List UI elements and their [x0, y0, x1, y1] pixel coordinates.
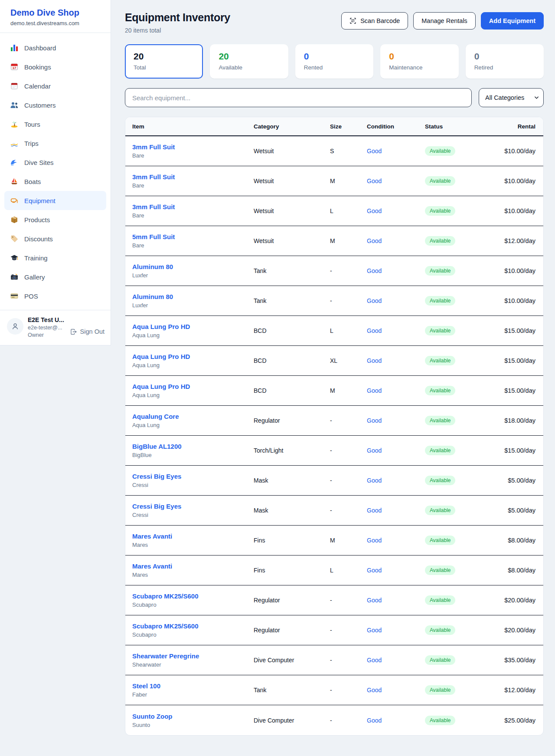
add-equipment-button[interactable]: Add Equipment: [481, 12, 544, 30]
item-name-link[interactable]: Aluminum 80: [132, 293, 254, 300]
item-name-link[interactable]: Suunto Zoop: [132, 713, 254, 720]
item-name-link[interactable]: 5mm Full Suit: [132, 233, 254, 240]
condition-link[interactable]: Good: [367, 237, 425, 244]
condition-link[interactable]: Good: [367, 417, 425, 424]
stat-card-rented[interactable]: 0Rented: [295, 44, 373, 79]
item-name-link[interactable]: BigBlue AL1200: [132, 443, 254, 450]
item-name-link[interactable]: Shearwater Peregrine: [132, 652, 254, 660]
sidebar-item-dashboard[interactable]: Dashboard: [4, 38, 106, 57]
sidebar-item-boats[interactable]: Boats: [4, 172, 106, 191]
rental-cell: $10.00/day: [494, 207, 535, 214]
column-header-condition: Condition: [367, 123, 425, 130]
condition-link[interactable]: Good: [367, 357, 425, 364]
sidebar-item-discounts[interactable]: Discounts: [4, 229, 106, 248]
stat-label: Available: [219, 64, 279, 71]
item-name-link[interactable]: Aqua Lung Pro HD: [132, 383, 254, 390]
sidebar-item-training[interactable]: Training: [4, 248, 106, 267]
item-name-link[interactable]: Aqualung Core: [132, 413, 254, 420]
sidebar-item-calendar[interactable]: Calendar: [4, 76, 106, 95]
sidebar-item-trips[interactable]: Trips: [4, 134, 106, 153]
stat-card-maintenance[interactable]: 0Maintenance: [380, 44, 458, 79]
item-name-link[interactable]: Steel 100: [132, 682, 254, 690]
column-header-category: Category: [254, 123, 330, 130]
sidebar-item-gallery[interactable]: Gallery: [4, 267, 106, 286]
item-name-link[interactable]: 3mm Full Suit: [132, 203, 254, 210]
sidebar-item-tours[interactable]: Tours: [4, 115, 106, 134]
item-name-link[interactable]: Aluminum 80: [132, 263, 254, 270]
item-cell: Aqua Lung Pro HDAqua Lung: [132, 383, 254, 398]
package-icon: [10, 215, 19, 224]
condition-link[interactable]: Good: [367, 327, 425, 334]
sidebar-item-bookings[interactable]: 17Bookings: [4, 57, 106, 76]
sailboat-icon: [10, 177, 19, 186]
rental-cell: $12.00/day: [494, 237, 535, 244]
stats-row: 20Total20Available0Rented0Maintenance0Re…: [125, 44, 544, 79]
stat-card-available[interactable]: 20Available: [210, 44, 288, 79]
shop-name[interactable]: Demo Dive Shop: [10, 8, 100, 18]
size-cell: M: [330, 177, 367, 184]
condition-link[interactable]: Good: [367, 387, 425, 394]
item-name-link[interactable]: Aqua Lung Pro HD: [132, 353, 254, 360]
table-row: Aluminum 80LuxferTank-GoodAvailable$10.0…: [125, 256, 543, 286]
manage-rentals-button[interactable]: Manage Rentals: [413, 12, 476, 30]
condition-link[interactable]: Good: [367, 267, 425, 274]
credit-card-icon: [10, 292, 19, 300]
table-row: Mares AvantiMaresFinsLGoodAvailable$8.00…: [125, 555, 543, 585]
status-badge: Available: [425, 565, 455, 575]
condition-link[interactable]: Good: [367, 177, 425, 184]
condition-link[interactable]: Good: [367, 447, 425, 454]
item-name-link[interactable]: Scubapro MK25/S600: [132, 592, 254, 600]
sidebar-item-products[interactable]: Products: [4, 210, 106, 229]
size-cell: -: [330, 627, 367, 634]
condition-link[interactable]: Good: [367, 207, 425, 214]
item-cell: Mares AvantiMares: [132, 532, 254, 548]
column-header-item: Item: [132, 123, 254, 130]
status-badge: Available: [425, 446, 455, 455]
condition-link[interactable]: Good: [367, 687, 425, 694]
sidebar-item-customers[interactable]: Customers: [4, 95, 106, 115]
item-name-link[interactable]: Cressi Big Eyes: [132, 503, 254, 510]
size-cell: M: [330, 387, 367, 394]
status-badge: Available: [425, 685, 455, 695]
condition-link[interactable]: Good: [367, 627, 425, 634]
item-name-link[interactable]: Mares Avanti: [132, 532, 254, 540]
sidebar-item-equipment[interactable]: Equipment: [4, 191, 106, 210]
condition-link[interactable]: Good: [367, 148, 425, 154]
item-name-link[interactable]: Scubapro MK25/S600: [132, 622, 254, 630]
condition-link[interactable]: Good: [367, 537, 425, 544]
status-cell: Available: [425, 506, 494, 515]
category-select-wrap: All Categories: [479, 88, 544, 107]
status-badge: Available: [425, 296, 455, 306]
item-name-link[interactable]: Cressi Big Eyes: [132, 473, 254, 480]
condition-link[interactable]: Good: [367, 717, 425, 724]
stat-card-total[interactable]: 20Total: [125, 44, 203, 79]
category-select[interactable]: All Categories: [479, 88, 544, 107]
sidebar-item-dive-sites[interactable]: Dive Sites: [4, 153, 106, 172]
stat-value: 20: [134, 51, 194, 62]
item-name-link[interactable]: 3mm Full Suit: [132, 173, 254, 181]
item-name-link[interactable]: Mares Avanti: [132, 562, 254, 570]
item-name-link[interactable]: 3mm Full Suit: [132, 143, 254, 151]
condition-link[interactable]: Good: [367, 597, 425, 604]
condition-link[interactable]: Good: [367, 477, 425, 484]
sign-out-button[interactable]: Sign Out: [70, 325, 104, 338]
condition-link[interactable]: Good: [367, 297, 425, 304]
item-name-link[interactable]: Aqua Lung Pro HD: [132, 323, 254, 330]
condition-link[interactable]: Good: [367, 507, 425, 514]
condition-link[interactable]: Good: [367, 657, 425, 664]
filters-row: All Categories: [125, 88, 544, 107]
table-row: Aqua Lung Pro HDAqua LungBCDLGoodAvailab…: [125, 316, 543, 346]
sidebar-item-pos[interactable]: POS: [4, 286, 106, 306]
user-role: Owner: [28, 332, 65, 338]
sidebar-item-label: Dashboard: [24, 44, 56, 52]
size-cell: -: [330, 477, 367, 484]
rental-cell: $15.00/day: [494, 357, 535, 364]
sidebar-item-label: Tours: [24, 121, 40, 128]
rental-cell: $10.00/day: [494, 267, 535, 274]
condition-link[interactable]: Good: [367, 567, 425, 574]
search-input[interactable]: [125, 88, 472, 107]
stat-card-retired[interactable]: 0Retired: [466, 44, 544, 79]
scan-barcode-button[interactable]: Scan Barcode: [341, 12, 408, 30]
category-cell: Tank: [254, 267, 330, 274]
status-badge: Available: [425, 476, 455, 485]
